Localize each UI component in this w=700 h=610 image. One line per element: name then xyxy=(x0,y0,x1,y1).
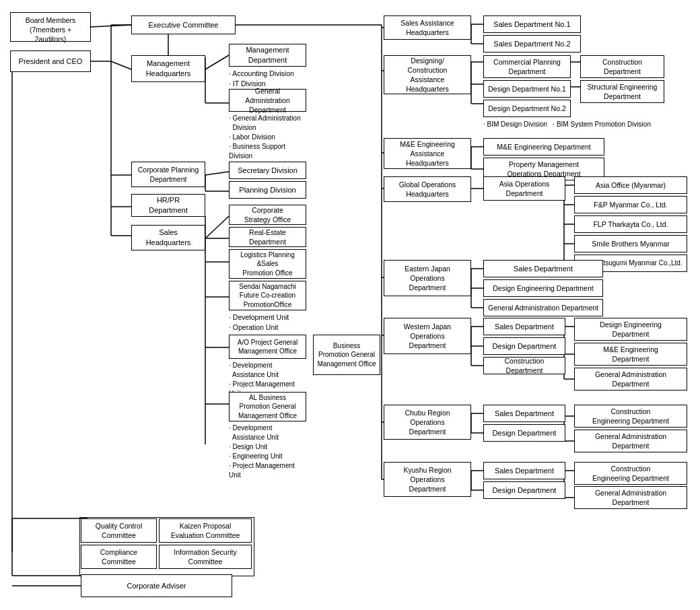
sales-hq-box: SalesHeadquarters xyxy=(131,225,205,250)
corporate-adviser-box: Corporate Adviser xyxy=(81,574,232,597)
dev-op-units-text: · Development Unit· Operation Unit xyxy=(229,312,306,332)
eastern-design-eng-box: Design Engineering Department xyxy=(483,279,603,297)
bpm-general-box: Business Promotion General Management Of… xyxy=(313,335,380,375)
kyushu-box: Kyushu RegionOperationsDepartment xyxy=(384,462,471,497)
hr-pr-dept-box: HR/PRDepartment xyxy=(131,194,205,217)
flp-tharkayta-box: FLP Tharkayta Co., Ltd. xyxy=(574,215,687,233)
management-dept-box: ManagementDepartment xyxy=(229,44,306,67)
me-assist-hq-box: M&E EngineeringAssistanceHeadquarters xyxy=(384,138,471,169)
design-const-assist-hq-box: Designing/ConstructionAssistanceHeadquar… xyxy=(384,55,471,94)
kyushu-design-box: Design Department xyxy=(483,481,565,499)
executive-committee-box: Executive Committee xyxy=(131,15,236,34)
bim-divisions-text: · BIM Design Division · BIM System Promo… xyxy=(483,120,665,129)
planning-div-box: Planning Division xyxy=(229,181,306,199)
asia-ops-dept-box: Asia OperationsDepartment xyxy=(483,176,565,201)
quality-control-box: Quality ControlCommittee xyxy=(81,518,157,543)
svg-line-69 xyxy=(111,61,131,69)
eastern-sales-box: Sales Department xyxy=(483,260,603,277)
fp-myanmar-box: F&P Myanmar Co., Ltd. xyxy=(574,196,687,213)
al-units-text: · Development Assistance Unit· Design Un… xyxy=(229,423,306,480)
eastern-japan-box: Eastern JapanOperationsDepartment xyxy=(384,260,471,296)
western-me-eng-box: M&E EngineeringDepartment xyxy=(574,343,687,366)
me-eng-dept-box: M&E Engineering Department xyxy=(483,138,604,156)
asia-office-myanmar-box: Asia Office (Myanmar) xyxy=(574,176,687,194)
corp-strategy-box: CorporateStrategy Office xyxy=(229,205,306,225)
ao-project-box: A/O Project GeneralManagement Office xyxy=(229,335,306,359)
sales-dept-2-box: Sales Department No.2 xyxy=(483,35,581,53)
eastern-gen-admin-box: General Administration Department xyxy=(483,299,603,316)
western-gen-admin-box: General AdministrationDepartment xyxy=(574,368,687,391)
board-members-box: Board Members(7members + 2auditors) xyxy=(10,12,91,42)
chubu-design-box: Design Department xyxy=(483,424,565,442)
sendai-box: Sendai NagamachiFuture Co-creationPromot… xyxy=(229,281,306,310)
svg-line-8 xyxy=(205,55,229,69)
commercial-planning-box: Commercial PlanningDepartment xyxy=(483,55,571,78)
chubu-gen-admin-box: General AdministrationDepartment xyxy=(574,430,687,452)
western-japan-box: Western JapanOperationsDepartment xyxy=(384,318,471,354)
management-hq-box: ManagementHeadquarters xyxy=(131,55,205,82)
western-sales-box: Sales Department xyxy=(483,318,565,335)
construction-dept-box: ConstructionDepartment xyxy=(580,55,664,78)
corp-planning-dept-box: Corporate PlanningDepartment xyxy=(131,162,205,187)
info-security-box: Information SecurityCommittee xyxy=(159,545,252,569)
gen-admin-divisions-text: · General Administration Division· Labor… xyxy=(229,114,306,161)
global-ops-hq-box: Global OperationsHeadquarters xyxy=(384,176,471,202)
kyushu-gen-admin-box: General AdministrationDepartment xyxy=(574,486,687,509)
design-dept-1-box: Design Department No.1 xyxy=(483,80,571,98)
kaizen-box: Kaizen ProposalEvaluation Committee xyxy=(159,518,252,543)
chubu-sales-box: Sales Department xyxy=(483,405,565,422)
president-ceo-box: President and CEO xyxy=(10,50,91,72)
logistics-box: Logistics Planning&SalesPromotion Office xyxy=(229,249,306,279)
western-design-box: Design Department xyxy=(483,337,565,355)
structural-eng-box: Structural EngineeringDepartment xyxy=(580,80,664,103)
real-estate-box: Real-EstateDepartment xyxy=(229,227,306,247)
compliance-box: ComplianceCommittee xyxy=(81,545,157,569)
sales-assist-hq-box: Sales AssistanceHeadquarters xyxy=(384,15,471,40)
svg-line-11 xyxy=(205,172,229,175)
general-admin-dept-box: General AdministrationDepartment xyxy=(229,89,306,112)
western-design-eng-right-box: Design EngineeringDepartment xyxy=(574,318,687,341)
chubu-box: Chubu RegionOperationsDepartment xyxy=(384,405,471,440)
svg-line-14 xyxy=(205,216,229,238)
chubu-const-eng-box: ConstructionEngineering Department xyxy=(574,405,687,428)
secretary-div-box: Secretary Division xyxy=(229,162,306,179)
design-dept-2-box: Design Department No.2 xyxy=(483,100,571,117)
western-construction-box: Construction Department xyxy=(483,357,565,374)
sales-dept-1-box: Sales Department No.1 xyxy=(483,15,581,33)
kyushu-const-eng-box: ConstructionEngineering Department xyxy=(574,462,687,485)
kyushu-sales-box: Sales Department xyxy=(483,462,565,479)
org-chart: Board Members(7members + 2auditors) Pres… xyxy=(7,7,693,599)
al-business-box: AL BusinessPromotion GeneralManagement O… xyxy=(229,392,306,421)
smile-brothers-box: Smile Brothers Myanmar xyxy=(574,235,687,252)
